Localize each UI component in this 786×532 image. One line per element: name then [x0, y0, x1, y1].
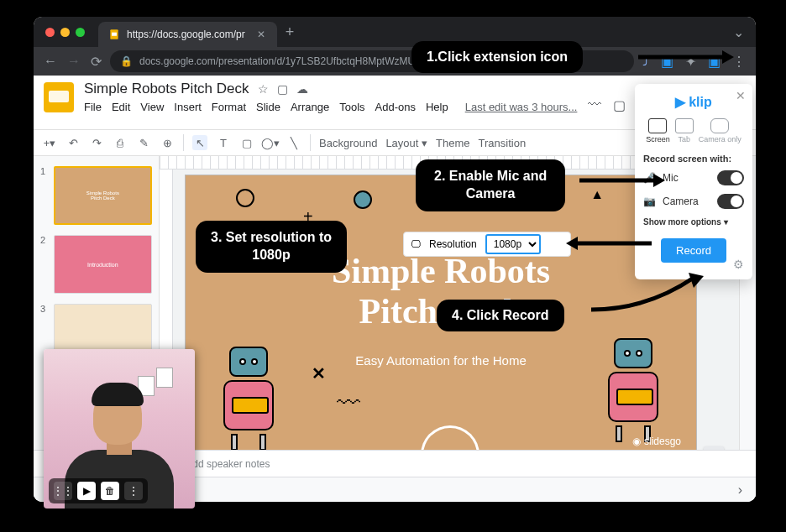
- menu-view[interactable]: View: [140, 101, 164, 113]
- minimize-window-icon[interactable]: [60, 28, 70, 37]
- robot-illustration: [595, 342, 671, 442]
- zoom-icon[interactable]: ⊕: [160, 135, 175, 150]
- undo-icon[interactable]: ↶: [66, 135, 81, 150]
- browser-tab[interactable]: https://docs.google.com/pr ✕: [98, 22, 277, 47]
- cloud-status-icon[interactable]: ☁: [296, 82, 308, 96]
- new-tab-button[interactable]: +: [286, 23, 295, 41]
- redo-icon[interactable]: ↷: [89, 135, 104, 150]
- klip-brand-text: klip: [689, 95, 712, 110]
- line-icon[interactable]: ╲: [286, 135, 301, 150]
- nav-arrows: ← → ⟳: [44, 54, 102, 70]
- titlebar: https://docs.google.com/pr ✕ + ⌄: [34, 17, 756, 47]
- annotation-2: 2. Enable Mic and Camera: [416, 159, 565, 211]
- monitor-icon: 🖵: [411, 238, 421, 250]
- delete-icon[interactable]: 🗑: [101, 482, 119, 500]
- trend-icon[interactable]: 〰: [588, 97, 601, 112]
- slidesgo-icon: ◉: [632, 436, 641, 447]
- record-with-label: Record screen with:: [643, 154, 744, 164]
- play-icon[interactable]: ▶: [77, 482, 96, 500]
- background-button[interactable]: Background: [319, 137, 377, 149]
- select-icon[interactable]: ↖: [192, 135, 207, 150]
- menu-help[interactable]: Help: [426, 101, 448, 113]
- menu-addons[interactable]: Add-ons: [375, 101, 416, 113]
- slide-thumbnail-1[interactable]: Simple Robots Pitch Deck: [54, 166, 152, 225]
- image-icon[interactable]: ▢: [239, 135, 254, 150]
- back-icon[interactable]: ←: [44, 54, 57, 70]
- slidesgo-badge: ◉ slidesgo: [632, 436, 681, 447]
- menu-arrange[interactable]: Arrange: [291, 101, 329, 113]
- resolution-label: Resolution: [429, 238, 477, 250]
- last-edit-text[interactable]: Last edit was 3 hours...: [465, 101, 578, 113]
- drag-handle-icon[interactable]: ⋮⋮: [54, 482, 72, 500]
- slides-favicon-icon: [108, 29, 120, 40]
- textbox-icon[interactable]: T: [216, 135, 231, 150]
- layout-button[interactable]: Layout ▾: [385, 137, 427, 149]
- tab-camera-only[interactable]: Camera only: [699, 118, 741, 143]
- close-tab-icon[interactable]: ✕: [255, 29, 267, 40]
- resolution-selector: 🖵 Resolution 1080p: [403, 232, 571, 257]
- resolution-dropdown[interactable]: 1080p: [485, 234, 541, 254]
- shape-icon[interactable]: ◯▾: [263, 135, 278, 150]
- window-controls: [45, 28, 85, 37]
- screen-icon: [648, 118, 667, 133]
- arrow-icon: [579, 172, 663, 189]
- slides-logo-icon[interactable]: [44, 82, 74, 112]
- camera-icon: ▶: [675, 94, 685, 110]
- theme-button[interactable]: Theme: [436, 137, 469, 149]
- slidesgo-label: slidesgo: [644, 436, 681, 447]
- camera-icon: 📷: [643, 196, 656, 207]
- paint-icon[interactable]: ✎: [136, 135, 151, 150]
- tab-tab[interactable]: Tab: [675, 118, 694, 143]
- new-slide-icon[interactable]: +▾: [42, 135, 57, 150]
- star-icon[interactable]: ☆: [258, 82, 269, 96]
- close-window-icon[interactable]: [45, 28, 55, 37]
- maximize-window-icon[interactable]: [76, 28, 85, 37]
- svg-rect-1: [112, 33, 117, 36]
- slide-thumbnail-2[interactable]: Introduction: [54, 235, 152, 294]
- menu-tools[interactable]: Tools: [339, 101, 364, 113]
- forward-icon[interactable]: →: [67, 54, 81, 70]
- reload-icon[interactable]: ⟳: [91, 54, 102, 70]
- annotation-1: 1.Click extension icon: [411, 41, 583, 73]
- tabs-dropdown-icon[interactable]: ⌄: [733, 24, 744, 40]
- menu-slide[interactable]: Slide: [256, 101, 280, 113]
- webcam-preview: ⋮⋮ ▶ 🗑 ⋮: [44, 349, 195, 509]
- close-popup-icon[interactable]: ✕: [736, 89, 746, 102]
- svg-marker-5: [653, 174, 665, 187]
- camera-only-icon: [710, 118, 729, 133]
- menu-icon[interactable]: ⋮: [732, 54, 746, 70]
- menu-bar: File Edit View Insert Format Slide Arran…: [84, 101, 588, 113]
- arrow-icon: [638, 49, 731, 65]
- annotation-3: 3. Set resolution to 1080p: [196, 221, 347, 273]
- tab-title: https://docs.google.com/pr: [127, 29, 245, 40]
- move-icon[interactable]: ▢: [277, 82, 288, 96]
- webcam-controls: ⋮⋮ ▶ 🗑 ⋮: [49, 478, 148, 503]
- arrow-icon: [571, 235, 655, 252]
- camera-label: Camera: [663, 196, 699, 207]
- klip-logo: ▶ klip: [643, 94, 744, 110]
- tab-screen[interactable]: Screen: [646, 118, 670, 143]
- mic-toggle[interactable]: [717, 170, 744, 185]
- thumb-number: 1: [40, 166, 49, 225]
- transition-button[interactable]: Transition: [479, 137, 527, 149]
- camera-row: 📷 Camera: [643, 194, 744, 209]
- thumb-number: 2: [40, 235, 49, 294]
- comments-icon[interactable]: ▢: [613, 97, 626, 113]
- record-button[interactable]: Record: [661, 238, 726, 263]
- settings-icon[interactable]: ⚙: [733, 258, 744, 271]
- camera-toggle[interactable]: [717, 194, 744, 209]
- arrow-icon: [588, 273, 705, 315]
- show-more-options[interactable]: Show more options ▾: [643, 217, 744, 227]
- menu-edit[interactable]: Edit: [112, 101, 130, 113]
- menu-file[interactable]: File: [84, 101, 102, 113]
- next-slide-icon[interactable]: ›: [738, 482, 742, 498]
- annotation-4: 4. Click Record: [437, 300, 564, 331]
- menu-format[interactable]: Format: [212, 101, 246, 113]
- menu-insert[interactable]: Insert: [174, 101, 202, 113]
- tab-icon: [675, 118, 694, 133]
- document-title[interactable]: Simple Robots Pitch Deck: [84, 81, 249, 97]
- robot-illustration: [211, 350, 286, 451]
- more-icon[interactable]: ⋮: [124, 482, 143, 500]
- print-icon[interactable]: ⎙: [113, 135, 128, 150]
- lock-icon: 🔒: [120, 55, 133, 67]
